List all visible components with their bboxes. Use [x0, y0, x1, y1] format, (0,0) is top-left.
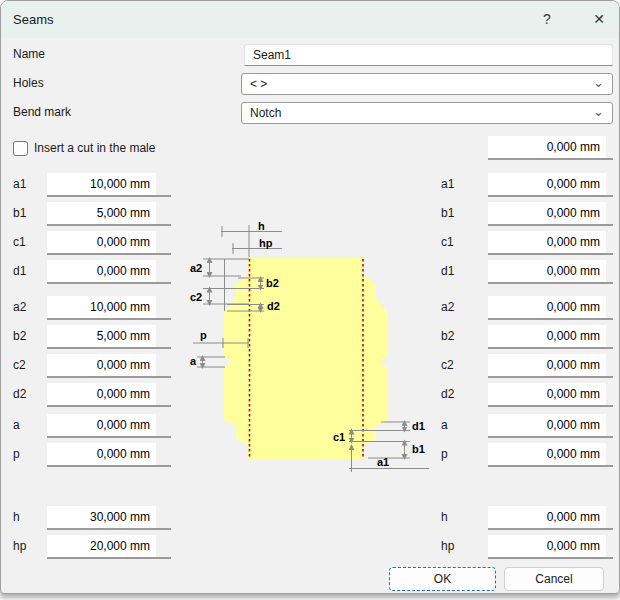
label-left-a1: a1 [13, 173, 26, 195]
name-label: Name [13, 44, 45, 65]
label-left-c2: c2 [13, 354, 26, 376]
field-right-b1[interactable]: 0,000 mm [488, 202, 613, 226]
label-left-a2: a2 [13, 296, 26, 318]
field-right-d2[interactable]: 0,000 mm [488, 383, 613, 407]
field-left-a2[interactable]: 10,000 mm [47, 296, 171, 320]
field-right-p[interactable]: 0,000 mm [488, 443, 613, 467]
dialog-title: Seams [13, 1, 53, 38]
field-right-b2[interactable]: 0,000 mm [488, 325, 613, 349]
chevron-down-icon: ⌄ [593, 72, 604, 94]
holes-select[interactable]: < > ⌄ [241, 73, 613, 95]
label-right-d2: d2 [441, 383, 454, 405]
cancel-button[interactable]: Cancel [504, 567, 604, 591]
diagram-label-hp: hp [259, 237, 273, 249]
label-right-b2: b2 [441, 325, 454, 347]
diagram-label-d1: d1 [412, 420, 425, 432]
field-left-d1[interactable]: 0,000 mm [47, 260, 171, 284]
field-right-a[interactable]: 0,000 mm [488, 414, 613, 438]
diagram-label-d2: d2 [267, 300, 280, 312]
label-left-a: a [13, 414, 20, 436]
diagram-label-c1: c1 [333, 431, 345, 443]
insert-cut-value-field[interactable]: 0,000 mm [488, 136, 613, 160]
field-right-d1[interactable]: 0,000 mm [488, 260, 613, 284]
field-left-hp[interactable]: 20,000 mm [47, 535, 171, 559]
field-right-a1[interactable]: 0,000 mm [488, 173, 613, 197]
insert-cut-label: Insert a cut in the male [34, 138, 155, 159]
label-right-h: h [441, 506, 448, 528]
diagram-label-a2: a2 [190, 262, 202, 274]
label-left-p: p [13, 443, 20, 465]
diagram-label-b2: b2 [266, 277, 279, 289]
bend-mark-selected-value: Notch [250, 106, 281, 120]
holes-label: Holes [13, 73, 44, 94]
diagram-label-a: a [190, 355, 197, 367]
label-left-d1: d1 [13, 260, 26, 282]
field-left-h[interactable]: 30,000 mm [47, 506, 171, 530]
field-right-a2[interactable]: 0,000 mm [488, 296, 613, 320]
insert-cut-checkbox[interactable] [13, 141, 28, 156]
diagram-label-a1: a1 [377, 456, 389, 468]
bend-mark-label: Bend mark [13, 102, 71, 123]
holes-selected-value: < > [250, 77, 267, 91]
field-left-b1[interactable]: 5,000 mm [47, 202, 171, 226]
label-left-h: h [13, 506, 20, 528]
label-right-hp: hp [441, 535, 454, 557]
help-button[interactable]: ? [532, 6, 562, 33]
field-right-c2[interactable]: 0,000 mm [488, 354, 613, 378]
field-left-p[interactable]: 0,000 mm [47, 443, 171, 467]
titlebar: Seams ? ✕ [1, 1, 619, 38]
ok-button[interactable]: OK [389, 567, 496, 591]
field-left-c1[interactable]: 0,000 mm [47, 231, 171, 255]
diagram-label-c2: c2 [190, 291, 202, 303]
bend-mark-select[interactable]: Notch ⌄ [241, 102, 613, 124]
label-right-a2: a2 [441, 296, 454, 318]
field-right-h[interactable]: 0,000 mm [488, 506, 613, 530]
name-input[interactable] [244, 44, 613, 66]
seam-diagram: h hp a2 b2 c2 d2 p a d1 c1 b1 a1 [181, 216, 443, 478]
label-left-c1: c1 [13, 231, 26, 253]
label-left-d2: d2 [13, 383, 26, 405]
label-left-hp: hp [13, 535, 26, 557]
diagram-label-b1: b1 [412, 443, 425, 455]
close-icon[interactable]: ✕ [584, 6, 614, 33]
label-left-b2: b2 [13, 325, 26, 347]
field-left-b2[interactable]: 5,000 mm [47, 325, 171, 349]
diagram-label-p: p [200, 329, 207, 341]
field-left-d2[interactable]: 0,000 mm [47, 383, 171, 407]
field-left-a[interactable]: 0,000 mm [47, 414, 171, 438]
label-right-a1: a1 [441, 173, 454, 195]
field-right-hp[interactable]: 0,000 mm [488, 535, 613, 559]
field-left-c2[interactable]: 0,000 mm [47, 354, 171, 378]
seams-dialog: Seams ? ✕ Name Holes < > ⌄ Bend mark Not… [0, 0, 620, 594]
field-left-a1[interactable]: 10,000 mm [47, 173, 171, 197]
label-right-d1: d1 [441, 260, 454, 282]
label-left-b1: b1 [13, 202, 26, 224]
field-right-c1[interactable]: 0,000 mm [488, 231, 613, 255]
label-right-b1: b1 [441, 202, 454, 224]
diagram-label-h: h [258, 220, 265, 232]
chevron-down-icon: ⌄ [593, 101, 604, 123]
